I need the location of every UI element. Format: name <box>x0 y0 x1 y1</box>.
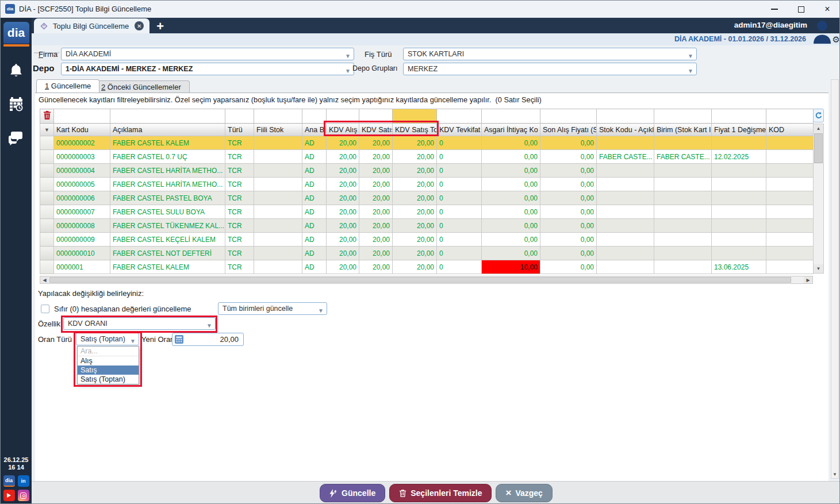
column-header[interactable]: KDV Tevkifat ( <box>437 124 482 136</box>
filter-input[interactable] <box>437 109 482 124</box>
sifir-checkbox[interactable] <box>41 305 49 313</box>
table-row[interactable]: 0000000007FABER CASTEL SULU BOYATCRAD20,… <box>40 205 814 219</box>
filter-input[interactable] <box>540 109 597 124</box>
table-cell <box>654 178 712 191</box>
tab-close-icon[interactable]: ✕ <box>135 21 144 30</box>
dia-logo[interactable]: dia <box>3 22 29 47</box>
document-tab[interactable]: Toplu Bilgi Güncelleme ✕ <box>34 18 149 33</box>
row-selector[interactable] <box>40 136 54 150</box>
yeni-oran-input[interactable]: 20,00 <box>172 333 244 346</box>
column-header[interactable]: KDV Alış <box>327 124 359 136</box>
filter-input[interactable] <box>54 109 110 124</box>
row-selector[interactable] <box>40 191 54 205</box>
filter-input[interactable] <box>482 109 540 124</box>
firma-combobox[interactable]: DİA AKADEMİ▼ <box>61 48 354 60</box>
chat-icon[interactable] <box>7 128 25 147</box>
oran-turu-combobox[interactable]: Satış (Toptan)▼ <box>76 333 139 345</box>
column-header[interactable]: KOD <box>766 124 814 136</box>
row-selector[interactable] <box>40 233 54 247</box>
column-header[interactable]: Stok Kodu - Açıkl <box>597 124 654 136</box>
filter-input[interactable] <box>359 109 393 124</box>
clear-filters-trash-icon[interactable] <box>40 109 54 124</box>
column-header[interactable]: Birim (Stok Kart I <box>654 124 712 136</box>
horizontal-scroll-thumb[interactable] <box>49 277 791 283</box>
dropdown-search-input[interactable]: Ara... <box>78 347 139 356</box>
table-row[interactable]: 0000000002FABER CASTEL KALEMTCRAD20,0020… <box>40 136 814 150</box>
scroll-left-icon[interactable]: ◀ <box>40 276 49 283</box>
filter-input[interactable] <box>597 109 654 124</box>
filter-input[interactable] <box>254 109 302 124</box>
selected-count: (0 Satır Seçili) <box>495 95 541 104</box>
filter-input[interactable] <box>302 109 327 124</box>
youtube-icon[interactable] <box>3 490 15 501</box>
calendar-clock-icon[interactable] <box>7 95 25 113</box>
grid-menu-icon[interactable]: ▼ <box>40 124 54 136</box>
filter-input[interactable] <box>327 109 359 124</box>
tab-guncelleme[interactable]: 1 Güncelleme <box>36 79 99 93</box>
dropdown-option[interactable]: Satış (Toptan) <box>78 375 139 384</box>
table-cell: 0 <box>437 164 482 178</box>
refresh-button[interactable] <box>813 109 824 122</box>
row-selector[interactable] <box>40 178 54 191</box>
column-header[interactable]: KDV Satış To <box>393 124 437 136</box>
dropdown-option[interactable]: Satış <box>78 366 139 375</box>
grid-vertical-scrollbar[interactable]: ▲ ▼ <box>813 124 824 274</box>
filter-input[interactable] <box>766 109 814 124</box>
close-button[interactable]: × <box>814 1 840 18</box>
birim-combobox[interactable]: Tüm birimleri güncelle▼ <box>218 302 327 315</box>
row-selector[interactable] <box>40 150 54 164</box>
minimize-button[interactable] <box>761 1 788 18</box>
table-row[interactable]: 0000000004FABER CASTEL HARİTA METHO...TC… <box>40 164 814 178</box>
depo-combobox[interactable]: 1-DİA AKADEMİ - MERKEZ - MERKEZ▼ <box>61 63 354 75</box>
row-selector[interactable] <box>40 260 54 274</box>
column-header[interactable]: Açıklama <box>110 124 225 136</box>
depo-gruplari-combobox[interactable]: MERKEZ▼ <box>403 63 697 75</box>
scroll-down-icon[interactable]: ▼ <box>814 264 823 273</box>
column-header[interactable]: KDV Satış <box>359 124 393 136</box>
user-gear-icon[interactable]: ⚙ <box>812 20 839 45</box>
new-tab-button[interactable]: + <box>156 21 164 32</box>
grid-horizontal-scrollbar[interactable]: ◀ ▶ <box>40 276 813 284</box>
column-header[interactable]: Fiyat 1 DeğişmeT <box>712 124 766 136</box>
table-row[interactable]: 0000000003FABER CASTEL 0.7 UÇTCRAD20,002… <box>40 150 814 164</box>
dropdown-option[interactable]: Alış <box>78 356 139 366</box>
row-selector[interactable] <box>40 205 54 219</box>
scroll-up-icon[interactable]: ▲ <box>814 124 823 133</box>
fis-turu-combobox[interactable]: STOK KARTLARI▼ <box>403 48 697 60</box>
notifications-bell-icon[interactable] <box>7 61 25 80</box>
table-row[interactable]: 0000001FABER CASTEL KALEMTCRAD20,0020,00… <box>40 260 814 274</box>
maximize-button[interactable] <box>788 1 814 18</box>
linkedin-icon[interactable]: in <box>18 475 29 487</box>
tab-onceki-guncellemeler[interactable]: 2 Önceki Güncellemeler <box>93 80 190 93</box>
column-header[interactable]: Asgari İhtiyaç Ko <box>482 124 540 136</box>
vazgec-button[interactable]: × Vazgeç <box>496 484 552 502</box>
row-selector[interactable] <box>40 164 54 178</box>
secilenleri-temizle-button[interactable]: Seçilenleri Temizle <box>389 484 492 502</box>
table-row[interactable]: 0000000010FABER CASTEL NOT DEFTERİTCRAD2… <box>40 247 814 260</box>
table-cell: FABER CASTEL PASTEL BOYA <box>110 191 225 205</box>
table-row[interactable]: 0000000006FABER CASTEL PASTEL BOYATCRAD2… <box>40 191 814 205</box>
column-header[interactable]: Son Alış Fiyatı (S <box>540 124 597 136</box>
row-selector[interactable] <box>40 247 54 260</box>
filter-input[interactable] <box>712 109 766 124</box>
page-scroll-down-icon[interactable]: ▼ <box>831 470 838 478</box>
filter-input[interactable] <box>654 109 712 124</box>
filter-input[interactable] <box>110 109 225 124</box>
filter-input[interactable] <box>225 109 254 124</box>
column-header[interactable]: Kart Kodu <box>54 124 110 136</box>
page-scrollbar[interactable]: ▼ <box>831 79 839 479</box>
ozellik-combobox[interactable]: KDV ORANI▼ <box>63 317 216 330</box>
filter-input[interactable] <box>393 109 437 124</box>
guncelle-button[interactable]: Güncelle <box>320 484 385 502</box>
instagram-icon[interactable] <box>18 490 29 501</box>
table-row[interactable]: 0000000008FABER CASTEL TÜKENMEZ KAL...TC… <box>40 219 814 233</box>
column-header[interactable]: Türü <box>225 124 254 136</box>
row-selector[interactable] <box>40 219 54 233</box>
column-header[interactable]: Ana Bi <box>302 124 327 136</box>
column-header[interactable]: Fiili Stok <box>254 124 302 136</box>
scroll-right-icon[interactable]: ▶ <box>804 276 812 283</box>
table-row[interactable]: 0000000009FABER CASTEL KEÇELİ KALEMTCRAD… <box>40 233 814 247</box>
vertical-scroll-thumb[interactable] <box>814 133 823 163</box>
dia-social-icon[interactable]: dia <box>3 475 15 487</box>
table-row[interactable]: 0000000005FABER CASTEL HARİTA METHO...TC… <box>40 178 814 191</box>
